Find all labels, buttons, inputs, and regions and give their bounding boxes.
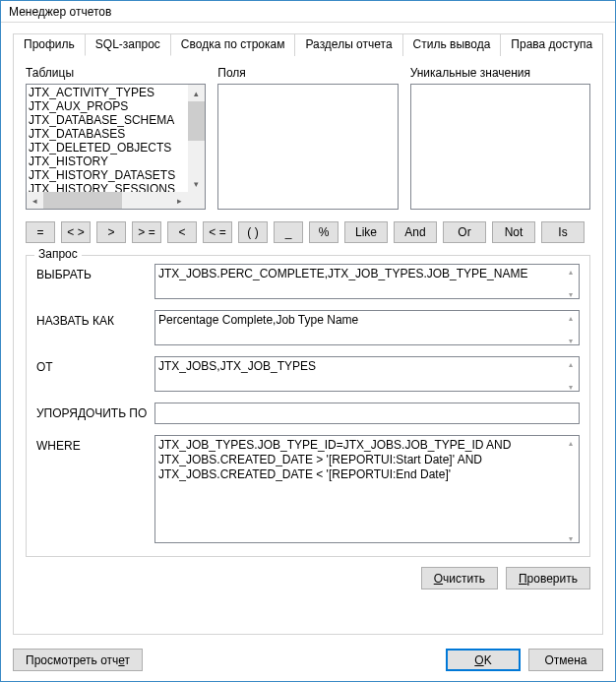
op-like[interactable]: Like xyxy=(344,221,388,243)
fields-listbox[interactable] xyxy=(217,84,398,210)
select-input[interactable] xyxy=(154,264,580,299)
scroll-thumb[interactable] xyxy=(43,192,122,209)
orderby-label: УПОРЯДОЧИТЬ ПО xyxy=(36,403,154,420)
list-item[interactable]: JTX_ACTIVITY_TYPES xyxy=(29,86,203,99)
alias-input[interactable] xyxy=(154,310,580,345)
list-item[interactable]: JTX_AUX_PROPS xyxy=(29,99,203,113)
list-item[interactable]: JTX_DELETED_OBJECTS xyxy=(29,141,203,155)
window-title: Менеджер отчетов xyxy=(9,5,111,19)
op-ge[interactable]: > = xyxy=(132,221,161,243)
dialog-footer: Просмотреть отчет OK Отмена xyxy=(1,643,615,681)
list-item[interactable]: JTX_HISTORY xyxy=(29,155,203,168)
list-item[interactable]: JTX_DATABASES xyxy=(29,127,203,141)
scroll-down-icon[interactable]: ▾ xyxy=(188,175,205,192)
op-is[interactable]: Is xyxy=(541,221,585,243)
alias-label: НАЗВАТЬ КАК xyxy=(36,310,154,328)
orderby-input[interactable] xyxy=(154,403,580,424)
scroll-track[interactable] xyxy=(43,192,171,209)
op-and[interactable]: And xyxy=(394,221,437,243)
op-paren[interactable]: ( ) xyxy=(238,221,268,243)
dialog-content: Профиль SQL-запрос Сводка по строкам Раз… xyxy=(1,23,615,643)
report-manager-dialog: Менеджер отчетов Профиль SQL-запрос Свод… xyxy=(0,0,616,682)
tab-panel-sql: Таблицы JTX_ACTIVITY_TYPES JTX_AUX_PROPS… xyxy=(13,56,603,635)
preview-button[interactable]: Просмотреть отчет xyxy=(13,649,143,671)
op-percent[interactable]: % xyxy=(309,221,339,243)
unique-column: Уникальные значения xyxy=(410,66,590,210)
op-lt[interactable]: < xyxy=(167,221,197,243)
scroll-up-icon[interactable]: ▴ xyxy=(188,85,205,101)
op-not[interactable]: Not xyxy=(492,221,535,243)
titlebar: Менеджер отчетов xyxy=(1,1,615,23)
tab-sections[interactable]: Разделы отчета xyxy=(294,33,402,56)
from-label: ОТ xyxy=(36,356,154,374)
scroll-right-icon[interactable]: ▸ xyxy=(171,192,188,209)
op-underscore[interactable]: _ xyxy=(274,221,303,243)
tab-summary[interactable]: Сводка по строкам xyxy=(170,33,296,56)
scroll-corner xyxy=(188,192,205,209)
top-row: Таблицы JTX_ACTIVITY_TYPES JTX_AUX_PROPS… xyxy=(26,66,590,210)
query-legend: Запрос xyxy=(34,247,82,261)
unique-label: Уникальные значения xyxy=(410,66,590,80)
tab-profile[interactable]: Профиль xyxy=(13,33,86,56)
op-ne[interactable]: < > xyxy=(61,221,91,243)
where-input[interactable] xyxy=(154,435,580,543)
tables-listbox[interactable]: JTX_ACTIVITY_TYPES JTX_AUX_PROPS JTX_DAT… xyxy=(26,84,206,210)
scroll-thumb[interactable] xyxy=(188,101,205,141)
scroll-left-icon[interactable]: ◂ xyxy=(27,192,43,209)
op-gt[interactable]: > xyxy=(96,221,126,243)
clear-button[interactable]: Очистить xyxy=(421,567,498,589)
op-eq[interactable]: = xyxy=(26,221,55,243)
tables-column: Таблицы JTX_ACTIVITY_TYPES JTX_AUX_PROPS… xyxy=(26,66,206,210)
tab-bar: Профиль SQL-запрос Сводка по строкам Раз… xyxy=(13,32,603,56)
tab-style[interactable]: Стиль вывода xyxy=(402,33,502,56)
fields-column: Поля xyxy=(217,66,398,210)
list-item[interactable]: JTX_DATABASE_SCHEMA xyxy=(29,113,203,127)
op-le[interactable]: < = xyxy=(203,221,232,243)
tab-sql[interactable]: SQL-запрос xyxy=(85,33,171,56)
horizontal-scrollbar[interactable]: ◂ ▸ xyxy=(27,192,188,209)
op-or[interactable]: Or xyxy=(443,221,486,243)
select-label: ВЫБРАТЬ xyxy=(36,264,154,281)
unique-listbox[interactable] xyxy=(410,84,590,210)
ok-button[interactable]: OK xyxy=(446,649,521,671)
tables-label: Таблицы xyxy=(26,66,206,80)
fields-label: Поля xyxy=(217,66,398,80)
tables-list-inner: JTX_ACTIVITY_TYPES JTX_AUX_PROPS JTX_DAT… xyxy=(27,85,205,197)
operator-row: = < > > > = < < = ( ) _ % Like And Or No… xyxy=(26,221,590,243)
list-item[interactable]: JTX_HISTORY_DATASETS xyxy=(29,168,203,182)
query-fieldset: Запрос ВЫБРАТЬ ▴ ▾ НАЗВАТЬ КАК xyxy=(26,255,590,557)
validate-button[interactable]: Проверить xyxy=(506,567,590,589)
vertical-scrollbar[interactable]: ▴ ▾ xyxy=(188,85,205,192)
where-label: WHERE xyxy=(36,435,154,453)
cancel-button[interactable]: Отмена xyxy=(528,649,603,671)
scroll-track[interactable] xyxy=(188,101,205,175)
tab-access[interactable]: Права доступа xyxy=(500,33,603,56)
from-input[interactable] xyxy=(154,356,580,392)
query-action-row: Очистить Проверить xyxy=(26,567,590,589)
